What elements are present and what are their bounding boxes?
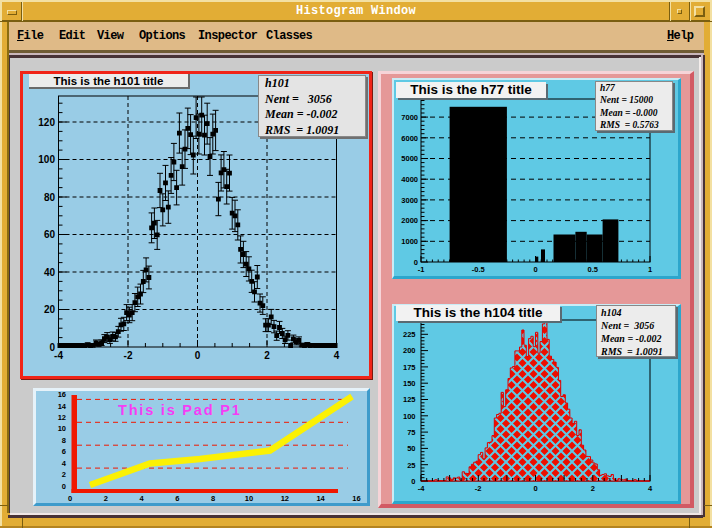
svg-text:0.5: 0.5 (588, 265, 598, 274)
svg-text:-2: -2 (475, 484, 482, 493)
svg-text:0: 0 (62, 482, 66, 491)
svg-text:50: 50 (407, 444, 415, 453)
svg-text:6: 6 (62, 447, 66, 456)
svg-text:12: 12 (281, 494, 289, 503)
svg-text:2: 2 (62, 470, 66, 479)
svg-text:6: 6 (175, 494, 179, 503)
svg-text:10: 10 (245, 494, 253, 503)
svg-text:100: 100 (38, 154, 55, 165)
svg-text:0: 0 (533, 484, 537, 493)
svg-text:-4: -4 (418, 484, 425, 493)
svg-text:4: 4 (334, 350, 340, 361)
svg-text:This is Pad P1: This is Pad P1 (118, 402, 242, 418)
svg-text:40: 40 (44, 267, 56, 278)
svg-text:25: 25 (407, 461, 415, 470)
svg-text:-4: -4 (54, 350, 63, 361)
svg-text:-0.5: -0.5 (472, 265, 485, 274)
svg-text:5000: 5000 (401, 154, 418, 163)
svg-text:2: 2 (104, 494, 108, 503)
svg-text:4: 4 (62, 459, 67, 468)
svg-text:0: 0 (195, 350, 201, 361)
svg-text:2: 2 (264, 350, 270, 361)
svg-text:225: 225 (403, 330, 416, 339)
svg-text:16: 16 (58, 390, 66, 399)
svg-text:10: 10 (58, 424, 66, 433)
svg-text:14: 14 (316, 494, 325, 503)
svg-text:12: 12 (58, 413, 66, 422)
svg-text:120: 120 (38, 117, 55, 128)
svg-text:14: 14 (58, 402, 67, 411)
svg-text:0: 0 (533, 265, 537, 274)
svg-text:0: 0 (411, 477, 415, 486)
svg-text:100: 100 (403, 412, 416, 421)
svg-text:125: 125 (403, 395, 416, 404)
svg-text:4: 4 (140, 494, 145, 503)
svg-text:2000: 2000 (401, 216, 418, 225)
svg-text:175: 175 (403, 363, 416, 372)
svg-text:0: 0 (68, 494, 72, 503)
svg-text:3000: 3000 (401, 196, 418, 205)
svg-text:4000: 4000 (401, 175, 418, 184)
svg-text:75: 75 (407, 428, 415, 437)
svg-text:60: 60 (44, 229, 56, 240)
svg-text:-1: -1 (418, 265, 425, 274)
svg-text:8: 8 (211, 494, 215, 503)
svg-text:4: 4 (648, 484, 653, 493)
svg-text:1000: 1000 (401, 237, 418, 246)
svg-text:6000: 6000 (401, 134, 418, 143)
svg-text:150: 150 (403, 379, 416, 388)
svg-text:16: 16 (352, 494, 360, 503)
svg-text:8: 8 (62, 436, 66, 445)
svg-text:200: 200 (403, 346, 416, 355)
svg-text:-2: -2 (124, 350, 133, 361)
svg-text:80: 80 (44, 192, 56, 203)
svg-text:2: 2 (591, 484, 595, 493)
svg-text:20: 20 (44, 304, 56, 315)
svg-text:7000: 7000 (401, 113, 418, 122)
svg-text:1: 1 (648, 265, 652, 274)
